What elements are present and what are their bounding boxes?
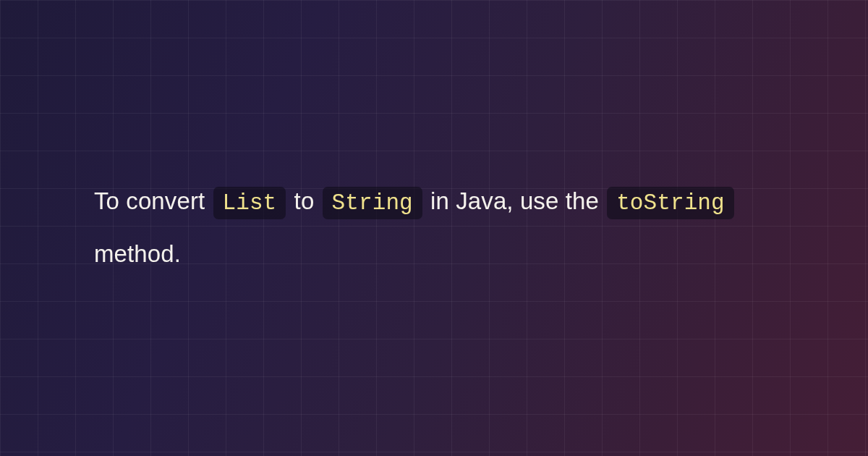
banner-text-content: To convert List to String in Java, use t… [94,175,774,281]
headline-sentence: To convert List to String in Java, use t… [94,175,774,281]
code-token-tostring: toString [607,187,734,219]
text-segment: in Java, use the [430,187,605,214]
text-segment: to [294,187,321,214]
text-segment: method. [94,240,181,267]
banner-container: To convert List to String in Java, use t… [0,0,868,456]
code-token-string: String [323,187,422,219]
code-token-list: List [213,187,286,219]
text-segment: To convert [94,187,212,214]
